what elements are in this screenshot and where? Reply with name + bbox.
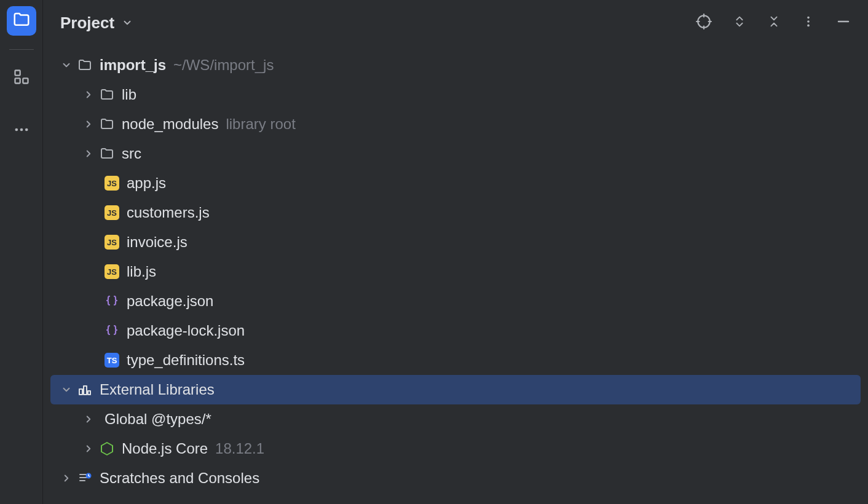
folder-icon — [97, 87, 117, 102]
js-file-icon: JS — [102, 176, 122, 191]
node-label: app.js — [127, 175, 166, 192]
tree-node-file-lib-js[interactable]: JS lib.js — [43, 257, 868, 286]
svg-point-4 — [20, 128, 23, 132]
node-label: invoice.js — [127, 234, 187, 251]
tool-window-rail — [0, 0, 43, 504]
chevron-right-icon[interactable] — [80, 148, 97, 159]
tree-node-file-type-definitions-ts[interactable]: TS type_definitions.ts — [43, 345, 868, 375]
select-opened-file-button[interactable] — [696, 14, 712, 32]
node-path: ~/WS/import_js — [173, 57, 274, 74]
svg-point-12 — [807, 20, 810, 23]
tree-node-folder-node-modules[interactable]: node_modules library root — [43, 109, 868, 139]
chevron-right-icon[interactable] — [80, 443, 97, 454]
chevrons-collapse-icon — [767, 14, 781, 32]
node-label: package-lock.json — [127, 322, 245, 339]
svg-rect-15 — [79, 389, 82, 395]
project-panel: Project — [43, 0, 868, 504]
collapse-all-button[interactable] — [767, 14, 781, 32]
chevron-down-icon — [122, 14, 133, 33]
svg-rect-1 — [15, 78, 20, 83]
node-hint: library root — [226, 116, 295, 133]
more-tools-button[interactable] — [7, 116, 36, 146]
tree-node-nodejs-core[interactable]: Node.js Core 18.12.1 — [43, 434, 868, 463]
svg-point-3 — [15, 128, 18, 132]
svg-rect-17 — [88, 391, 90, 395]
chevron-right-icon[interactable] — [58, 473, 75, 484]
svg-point-5 — [25, 128, 28, 132]
tree-node-file-invoice-js[interactable]: JS invoice.js — [43, 227, 868, 257]
tree-node-global-types[interactable]: Global @types/* — [43, 404, 868, 434]
tree-node-external-libraries[interactable]: External Libraries — [50, 375, 861, 404]
ts-file-icon: TS — [102, 353, 122, 368]
structure-tool-button[interactable] — [7, 63, 36, 93]
chevron-down-icon[interactable] — [58, 384, 75, 395]
tree-node-folder-src[interactable]: src — [43, 139, 868, 168]
options-button[interactable] — [802, 14, 815, 32]
folder-icon — [97, 117, 117, 132]
more-horizontal-icon — [13, 121, 30, 141]
node-label: package.json — [127, 293, 213, 310]
hide-panel-button[interactable] — [836, 14, 851, 31]
project-tool-button[interactable] — [7, 6, 36, 36]
folder-icon — [97, 146, 117, 161]
js-file-icon: JS — [102, 264, 122, 279]
node-label: Scratches and Consoles — [100, 470, 259, 487]
toolbar-title-label: Project — [60, 14, 114, 33]
chevron-down-icon[interactable] — [58, 60, 75, 71]
project-tree[interactable]: import_js ~/WS/import_js lib node_module… — [43, 45, 868, 493]
tree-node-file-package-json[interactable]: package.json — [43, 286, 868, 316]
svg-rect-2 — [23, 78, 28, 83]
chevron-right-icon[interactable] — [80, 414, 97, 425]
structure-icon — [13, 68, 30, 88]
node-label: Node.js Core — [122, 440, 208, 457]
node-label: src — [122, 145, 141, 162]
json-file-icon — [102, 323, 122, 338]
tree-node-file-customers-js[interactable]: JS customers.js — [43, 198, 868, 227]
svg-point-11 — [807, 17, 810, 19]
svg-rect-16 — [84, 386, 87, 395]
svg-point-13 — [807, 25, 810, 27]
node-label: Global @types/* — [105, 411, 211, 428]
js-file-icon: JS — [102, 235, 122, 250]
tree-node-project-root[interactable]: import_js ~/WS/import_js — [43, 50, 868, 80]
node-label: node_modules — [122, 116, 218, 133]
chevrons-vertical-icon — [733, 14, 746, 32]
node-label: lib.js — [127, 263, 156, 280]
project-view-selector[interactable]: Project — [60, 14, 133, 33]
tree-node-folder-lib[interactable]: lib — [43, 80, 868, 109]
node-label: External Libraries — [100, 381, 215, 398]
chevron-right-icon[interactable] — [80, 119, 97, 130]
project-toolbar: Project — [43, 0, 868, 45]
scratches-icon — [75, 471, 95, 486]
node-label: type_definitions.ts — [127, 352, 245, 369]
tree-node-scratches[interactable]: Scratches and Consoles — [43, 463, 868, 493]
node-label: import_js — [100, 57, 166, 74]
rail-divider — [9, 49, 34, 50]
minimize-icon — [836, 14, 851, 31]
nodejs-icon — [97, 441, 117, 456]
tree-node-file-app-js[interactable]: JS app.js — [43, 168, 868, 198]
node-version: 18.12.1 — [215, 440, 264, 457]
expand-collapse-button[interactable] — [733, 14, 746, 32]
json-file-icon — [102, 294, 122, 309]
folder-icon — [12, 10, 31, 31]
svg-rect-0 — [15, 71, 20, 76]
node-label: lib — [122, 86, 136, 103]
tree-node-file-package-lock-json[interactable]: package-lock.json — [43, 316, 868, 345]
svg-marker-18 — [101, 443, 112, 455]
target-icon — [696, 14, 712, 32]
node-label: customers.js — [127, 204, 210, 221]
library-icon — [75, 382, 95, 397]
js-file-icon: JS — [102, 205, 122, 220]
more-vertical-icon — [802, 14, 815, 32]
folder-icon — [75, 58, 95, 73]
chevron-right-icon[interactable] — [80, 89, 97, 100]
toolbar-actions — [696, 14, 862, 32]
